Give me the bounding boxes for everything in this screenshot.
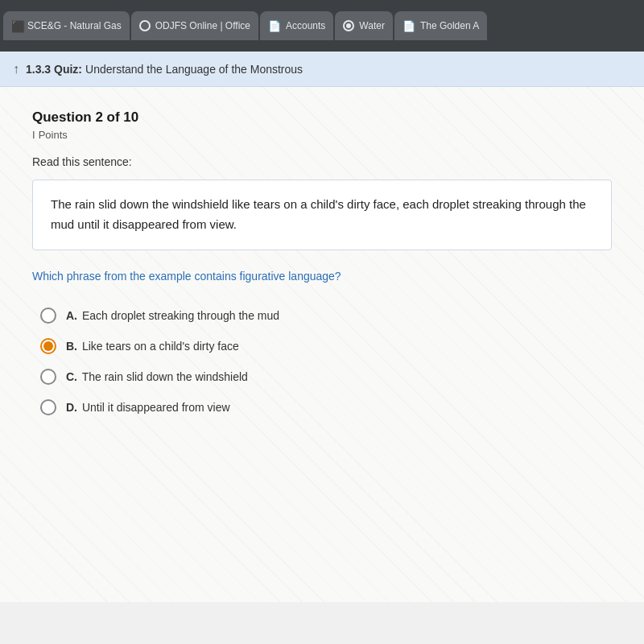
read-sentence-label: Read this sentence: [32,155,612,168]
tab-golden-label: The Golden A [420,20,479,31]
question-title: Question 2 of 10 [32,109,612,126]
nav-icon: ⬛ [11,20,23,31]
tab-accounts-label: Accounts [286,20,325,31]
tab-sce-label: SCE&G - Natural Gas [27,20,122,31]
tab-sce[interactable]: ⬛ SCE&G - Natural Gas [3,11,130,40]
radio-b[interactable] [40,338,56,354]
option-label-a: A. [66,309,77,322]
tab-water-label: Water [359,20,385,31]
tab-water[interactable]: Water [335,11,393,40]
passage-text: The rain slid down the windshield like t… [51,197,586,231]
cursor-icon: I [32,129,35,141]
option-item-b[interactable]: B. Like tears on a child's dirty face [40,338,612,354]
quiz-body: Question 2 of 10 I Points Read this sent… [0,87,644,602]
option-text-c: C. The rain slid down the windshield [66,370,248,383]
option-label-d: D. [66,401,77,414]
option-text-d: D. Until it disappeared from view [66,401,230,414]
radio-c[interactable] [40,369,56,385]
radio-d[interactable] [40,399,56,415]
radio-inner-b [43,341,53,351]
quiz-header-subtitle: Understand the Language of the Monstrous [85,63,303,76]
quiz-header-icon: ↑ [13,62,19,76]
tab-odjfs-label: ODJFS Online | Office [155,20,250,31]
question-prompt: Which phrase from the example contains f… [32,268,612,285]
accounts-icon: 📄 [268,20,281,32]
option-item-c[interactable]: C. The rain slid down the windshield [40,369,612,385]
quiz-header: ↑ 1.3.3 Quiz: Understand the Language of… [0,52,644,87]
tab-accounts[interactable]: 📄 Accounts [260,11,333,40]
option-text-b: B. Like tears on a child's dirty face [66,340,239,353]
tab-golden[interactable]: 📄 The Golden A [394,11,487,40]
option-item-d[interactable]: D. Until it disappeared from view [40,399,612,415]
quiz-header-text: 1.3.3 Quiz: [26,63,82,76]
odjfs-icon [139,20,151,31]
option-text-a: A. Each droplet streaking through the mu… [66,309,279,322]
golden-icon: 📄 [402,20,415,32]
points-text: Points [39,129,68,141]
tab-odjfs[interactable]: ODJFS Online | Office [131,11,258,40]
passage-box: The rain slid down the windshield like t… [32,180,612,250]
points-label: I Points [32,129,612,141]
option-label-b: B. [66,340,77,353]
tab-bar: ⬛ SCE&G - Natural Gas ODJFS Online | Off… [0,0,644,52]
options-list: A. Each droplet streaking through the mu… [32,308,612,415]
option-item-a[interactable]: A. Each droplet streaking through the mu… [40,308,612,324]
option-label-c: C. [66,370,77,383]
radio-a[interactable] [40,308,56,324]
water-icon [343,20,354,31]
